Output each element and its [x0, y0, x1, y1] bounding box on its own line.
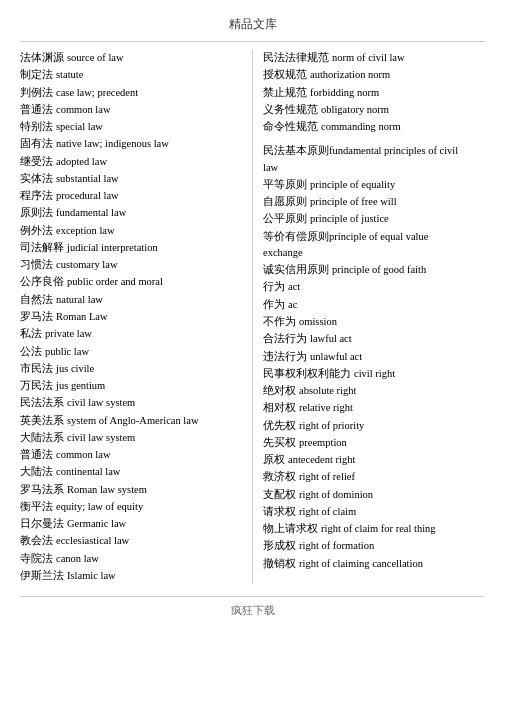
en-term: judicial interpretation [67, 240, 158, 256]
zh-term: 民法基本原则 [263, 143, 329, 159]
list-item: 法体渊源source of law [20, 50, 242, 66]
en-term: right of claim for real thing [321, 521, 436, 537]
en-term: right of claim [299, 504, 356, 520]
en-term: Roman Law [56, 309, 108, 325]
en-term: jus gentium [56, 378, 105, 394]
en-term: exception law [56, 223, 115, 239]
en-term: natural law [56, 292, 103, 308]
zh-term: 法体渊源 [20, 50, 64, 66]
list-item: 自愿原则principle of free will [263, 194, 485, 210]
en-term: procedural law [56, 188, 119, 204]
zh-term: 救济权 [263, 469, 296, 485]
en-term: civil right [354, 366, 395, 382]
en-term: native law; indigenous law [56, 136, 169, 152]
list-item: 教会法ecclesiastical law [20, 533, 242, 549]
zh-term: 公法 [20, 344, 42, 360]
list-item: 日尔曼法Germanic law [20, 516, 242, 532]
zh-term: 支配权 [263, 487, 296, 503]
en-term: right of priority [299, 418, 364, 434]
list-item: 判例法case law; precedent [20, 85, 242, 101]
zh-term: 请求权 [263, 504, 296, 520]
en-term: right of dominion [299, 487, 373, 503]
zh-term: 物上请求权 [263, 521, 318, 537]
list-item: 先买权preemption [263, 435, 485, 451]
en-term: customary law [56, 257, 118, 273]
list-item: 罗马法系Roman law system [20, 482, 242, 498]
list-item: 命令性规范commanding norm [263, 119, 485, 135]
en-term: principle of good faith [332, 262, 426, 278]
list-item: 程序法procedural law [20, 188, 242, 204]
list-item: 实体法substantial law [20, 171, 242, 187]
list-item: 特别法special law [20, 119, 242, 135]
list-item: 等价有偿原则principle of equal valueexchange [263, 229, 485, 262]
zh-term: 形成权 [263, 538, 296, 554]
en-term: act [288, 279, 300, 295]
list-item: 原则法fundamental law [20, 205, 242, 221]
zh-term: 英美法系 [20, 413, 64, 429]
en-term: public order and moral [67, 274, 163, 290]
list-item: 罗马法Roman Law [20, 309, 242, 325]
list-item: 寺院法canon law [20, 551, 242, 567]
zh-term: 原则法 [20, 205, 53, 221]
zh-term: 程序法 [20, 188, 53, 204]
en-term: civil law system [67, 430, 135, 446]
en-term: substantial law [56, 171, 119, 187]
zh-term: 授权规范 [263, 67, 307, 83]
en-term: continental law [56, 464, 120, 480]
list-item: 普通法common law [20, 102, 242, 118]
list-item: 支配权right of dominion [263, 487, 485, 503]
list-item: 行为act [263, 279, 485, 295]
en-term: omission [299, 314, 337, 330]
en-term: fundamental principles of civil [329, 143, 458, 159]
zh-term: 不作为 [263, 314, 296, 330]
zh-term: 司法解释 [20, 240, 64, 256]
en-term: principle of justice [310, 211, 389, 227]
zh-term: 义务性规范 [263, 102, 318, 118]
en-term: civil law system [67, 395, 135, 411]
zh-term: 大陆法 [20, 464, 53, 480]
list-item: 万民法jus gentium [20, 378, 242, 394]
list-item: 私法private law [20, 326, 242, 342]
list-item: 违法行为unlawful act [263, 349, 485, 365]
list-item: 作为ac [263, 297, 485, 313]
zh-term: 绝对权 [263, 383, 296, 399]
zh-term: 罗马法 [20, 309, 53, 325]
list-item: 大陆法continental law [20, 464, 242, 480]
list-item: 形成权right of formation [263, 538, 485, 554]
en-term: case law; precedent [56, 85, 138, 101]
list-item: 合法行为lawful act [263, 331, 485, 347]
zh-term: 市民法 [20, 361, 53, 377]
en-term: system of Anglo-American law [67, 413, 199, 429]
list-item: 授权规范authorization norm [263, 67, 485, 83]
zh-term: 判例法 [20, 85, 53, 101]
zh-term: 教会法 [20, 533, 53, 549]
zh-term: 命令性规范 [263, 119, 318, 135]
zh-term: 万民法 [20, 378, 53, 394]
list-item-first-line: 等价有偿原则principle of equal value [263, 229, 485, 245]
list-item: 民法法系civil law system [20, 395, 242, 411]
list-item: 继受法adopted law [20, 154, 242, 170]
zh-term: 实体法 [20, 171, 53, 187]
en-term: forbidding norm [310, 85, 379, 101]
zh-term: 先买权 [263, 435, 296, 451]
zh-term: 优先权 [263, 418, 296, 434]
en-term: common law [56, 102, 111, 118]
content-area: 法体渊源source of law制定法statute判例法case law; … [20, 50, 485, 584]
en-term: principle of free will [310, 194, 397, 210]
left-column: 法体渊源source of law制定法statute判例法case law; … [20, 50, 253, 584]
list-item-cont-line: law [263, 160, 485, 176]
en-term: relative right [299, 400, 353, 416]
en-term: lawful act [310, 331, 352, 347]
zh-term: 大陆法系 [20, 430, 64, 446]
list-item: 民事权利权利能力civil right [263, 366, 485, 382]
list-item: 市民法jus civile [20, 361, 242, 377]
zh-term: 合法行为 [263, 331, 307, 347]
en-term: norm of civil law [332, 50, 405, 66]
zh-term: 衡平法 [20, 499, 53, 515]
en-term: common law [56, 447, 111, 463]
zh-term: 习惯法 [20, 257, 53, 273]
list-item: 诚实信用原则principle of good faith [263, 262, 485, 278]
list-item: 公法public law [20, 344, 242, 360]
zh-term: 制定法 [20, 67, 53, 83]
en-term: fundamental law [56, 205, 126, 221]
